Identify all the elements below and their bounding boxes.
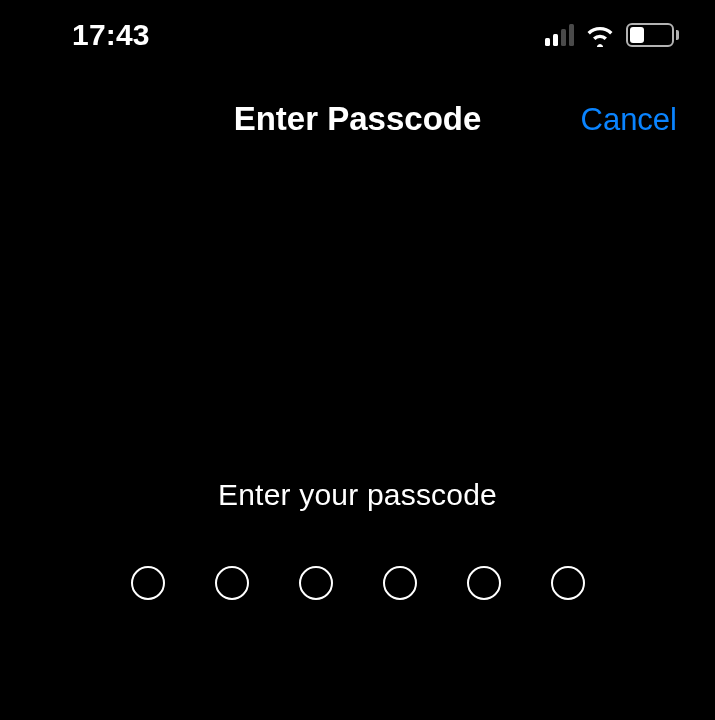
passcode-dot xyxy=(131,566,165,600)
cellular-signal-icon xyxy=(545,24,574,46)
passcode-dots xyxy=(131,566,585,600)
status-icons xyxy=(545,23,679,47)
passcode-dot xyxy=(299,566,333,600)
wifi-icon xyxy=(584,23,616,47)
prompt-label: Enter your passcode xyxy=(218,478,497,512)
passcode-dot xyxy=(383,566,417,600)
page-title: Enter Passcode xyxy=(234,100,482,138)
nav-bar: Enter Passcode Cancel xyxy=(0,100,715,150)
cancel-button[interactable]: Cancel xyxy=(581,102,678,138)
status-time: 17:43 xyxy=(72,18,150,52)
battery-icon xyxy=(626,23,679,47)
passcode-dot xyxy=(215,566,249,600)
passcode-dot xyxy=(467,566,501,600)
passcode-dot xyxy=(551,566,585,600)
status-bar: 17:43 xyxy=(0,0,715,70)
